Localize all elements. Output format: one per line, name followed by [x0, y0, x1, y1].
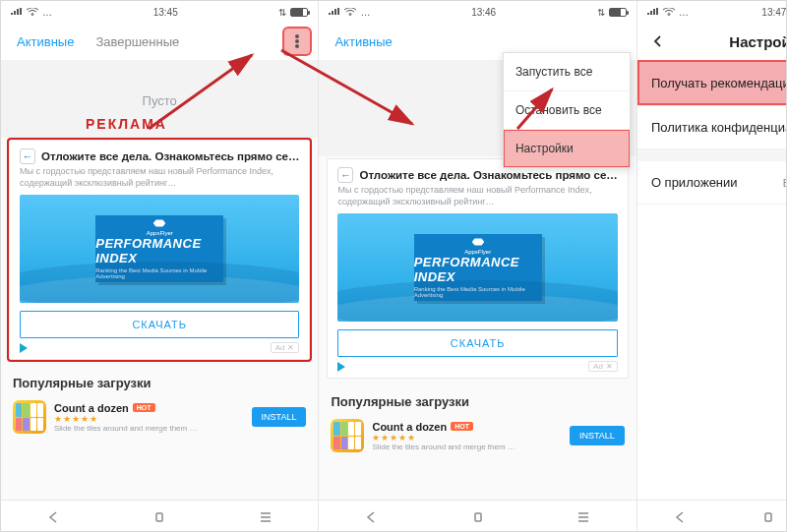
tab-active[interactable]: Активные [9, 29, 82, 55]
wifi-icon [344, 8, 356, 16]
app-description: Slide the tiles around and merge them … [54, 424, 244, 433]
empty-label: Пусто [1, 60, 318, 116]
nav-bar [1, 500, 318, 532]
nav-bar [319, 500, 636, 532]
settings-header: Настройки [637, 23, 787, 60]
rating-stars: ★★★★★ [372, 433, 562, 443]
app-row[interactable]: Count a dozenHOT ★★★★★ Slide the tiles a… [319, 415, 636, 460]
nav-recent-button[interactable] [564, 510, 603, 524]
signal-icon [647, 8, 659, 16]
status-bar: … 13:45 ⇅ [1, 1, 318, 23]
row-privacy[interactable]: Политика конфиденциальности [637, 106, 787, 149]
status-time: 13:47 [761, 7, 786, 18]
more-vertical-icon [295, 34, 299, 48]
back-arrow-icon: ← [337, 167, 353, 183]
signal-icon [11, 8, 23, 16]
menu-start-all[interactable]: Запустить все [504, 53, 630, 90]
nav-back-button[interactable] [352, 510, 392, 524]
app-icon [331, 419, 364, 452]
status-bar: … 13:47 ⇅ [637, 1, 787, 23]
nav-back-button[interactable] [34, 510, 74, 524]
nav-home-button[interactable] [458, 510, 498, 524]
ad-badge[interactable]: Ad✕ [588, 361, 618, 372]
rating-stars: ★★★★★ [54, 414, 244, 424]
play-icon[interactable] [337, 362, 345, 372]
more-button[interactable] [284, 29, 310, 54]
page-title: Настройки [677, 33, 787, 50]
ad-banner[interactable]: AppsFlyer PERFORMANCE INDEX Ranking the … [337, 213, 617, 322]
row-recommendations[interactable]: Получать рекомендации [637, 60, 787, 106]
menu-settings[interactable]: Настройки [504, 129, 630, 167]
phone-screen-1: … 13:45 ⇅ Активные Завершенные Пусто РЕК… [1, 1, 319, 532]
chevron-left-icon [651, 34, 665, 48]
svg-rect-1 [475, 513, 481, 521]
phone-screen-3: … 13:47 ⇅ Настройки Получать рекомендаци… [637, 1, 787, 532]
ad-banner[interactable]: AppsFlyer PERFORMANCE INDEX Ranking the … [20, 195, 299, 303]
nav-recent-button[interactable] [246, 510, 285, 524]
ad-badge[interactable]: Ad✕ [271, 342, 300, 353]
annotation-ad-label: РЕКЛАМА [1, 116, 318, 138]
tab-completed[interactable]: Завершенные [88, 29, 187, 55]
status-bar: … 13:46 ⇅ [319, 1, 636, 23]
install-button[interactable]: INSTALL [570, 426, 625, 445]
wifi-icon [27, 8, 38, 16]
banner-headline: PERFORMANCE INDEX [414, 255, 542, 284]
nav-home-button[interactable] [749, 510, 787, 524]
back-button[interactable] [645, 34, 671, 48]
nav-bar [637, 500, 787, 532]
svg-rect-2 [765, 513, 771, 521]
svg-rect-0 [156, 513, 162, 521]
hot-badge: HOT [451, 422, 473, 431]
row-about[interactable]: О приложении Версия 8.08.22.10 [637, 161, 787, 205]
status-time: 13:46 [471, 7, 496, 18]
hot-badge: HOT [133, 403, 155, 412]
ad-card[interactable]: ← Отложите все дела. Ознакомьтесь прямо … [327, 158, 628, 379]
menu-stop-all[interactable]: Остановить все [504, 90, 630, 129]
ad-title: Отложите все дела. Ознакомьтесь прямо се… [359, 169, 617, 181]
nav-home-button[interactable] [140, 510, 179, 524]
install-button[interactable]: INSTALL [252, 407, 307, 427]
ad-card[interactable]: ← Отложите все дела. Ознакомьтесь прямо … [9, 140, 310, 360]
dropdown-menu: Запустить все Остановить все Настройки [503, 52, 631, 168]
wifi-icon [663, 8, 675, 16]
phone-screen-2: … 13:46 ⇅ Активные Запустить все Останов… [319, 1, 636, 532]
tab-active[interactable]: Активные [327, 29, 399, 55]
ad-title: Отложите все дела. Ознакомьтесь прямо се… [41, 150, 299, 162]
app-description: Slide the tiles around and merge them … [372, 443, 562, 451]
back-arrow-icon: ← [20, 148, 35, 164]
download-button[interactable]: СКАЧАТЬ [337, 329, 617, 357]
tab-bar: Активные Завершенные [1, 23, 318, 60]
ad-subtitle: Мы с гордостью представляем наш новый Pe… [20, 166, 299, 189]
download-button[interactable]: СКАЧАТЬ [20, 311, 299, 338]
battery-icon [290, 8, 308, 17]
app-row[interactable]: Count a dozenHOT ★★★★★ Slide the tiles a… [1, 396, 318, 442]
nav-back-button[interactable] [661, 510, 700, 524]
signal-icon [329, 8, 340, 16]
tab-bar: Активные Запустить все Остановить все На… [319, 23, 636, 60]
section-title: Популярные загрузки [319, 384, 636, 415]
status-time: 13:45 [153, 7, 178, 18]
banner-headline: PERFORMANCE INDEX [95, 236, 223, 266]
ad-subtitle: Мы с гордостью представляем наш новый Pe… [337, 185, 617, 207]
battery-icon [609, 8, 627, 17]
play-icon[interactable] [20, 343, 28, 353]
app-icon [13, 400, 46, 434]
section-title: Популярные загрузки [1, 366, 318, 396]
